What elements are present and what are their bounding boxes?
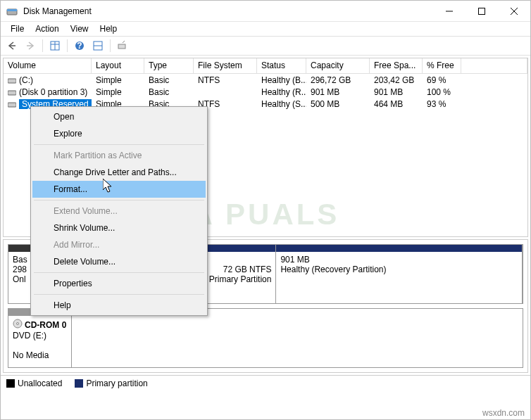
ctx-format[interactable]: Format... bbox=[32, 181, 206, 198]
cell-layout: Simple bbox=[92, 75, 144, 85]
svg-rect-8 bbox=[8, 79, 16, 83]
column-file-system[interactable]: File System bbox=[194, 58, 257, 74]
toolbar-separator bbox=[110, 39, 111, 52]
drive-icon bbox=[8, 100, 16, 108]
minimize-button[interactable] bbox=[433, 1, 466, 22]
cell-capacity: 901 MB bbox=[306, 87, 370, 97]
volume-name: (Disk 0 partition 3) bbox=[19, 87, 87, 97]
ctx-shrink[interactable]: Shrink Volume... bbox=[32, 219, 206, 236]
svg-point-12 bbox=[17, 323, 19, 325]
cell-status: Healthy (B... bbox=[257, 75, 306, 85]
titlebar: Disk Management bbox=[1, 1, 530, 22]
column-capacity[interactable]: Capacity bbox=[306, 58, 370, 74]
toolbar-separator bbox=[42, 39, 43, 52]
disk-label-line: DVD (E:) bbox=[13, 331, 67, 341]
toolbar-view1-button[interactable] bbox=[46, 38, 63, 53]
ctx-delete[interactable]: Delete Volume... bbox=[32, 253, 206, 270]
ctx-mark-active: Mark Partition as Active bbox=[32, 147, 206, 164]
column-layout[interactable]: Layout bbox=[92, 58, 144, 74]
menu-action[interactable]: Action bbox=[30, 23, 64, 35]
menu-file[interactable]: File bbox=[5, 23, 30, 35]
cell-status: Healthy (S... bbox=[257, 99, 306, 109]
svg-text:?: ? bbox=[77, 41, 82, 51]
cell-capacity: 296,72 GB bbox=[306, 75, 370, 85]
legend-swatch-primary bbox=[75, 379, 83, 388]
volume-name: (C:) bbox=[19, 75, 33, 85]
legend-swatch-unallocated bbox=[6, 379, 15, 388]
table-body: (C:) Simple Basic NTFS Healthy (B... 296… bbox=[4, 74, 527, 110]
ctx-extend: Extend Volume... bbox=[32, 203, 206, 219]
app-icon bbox=[6, 6, 18, 17]
drive-icon bbox=[8, 76, 16, 84]
drive-icon bbox=[8, 88, 16, 96]
disk-label-line: No Media bbox=[13, 350, 67, 360]
forward-button[interactable] bbox=[22, 38, 39, 53]
column-type[interactable]: Type bbox=[144, 58, 194, 74]
cell-fs: NTFS bbox=[194, 75, 257, 85]
svg-rect-7 bbox=[118, 44, 125, 49]
column-spacer bbox=[461, 58, 527, 74]
context-menu: Open Explore Mark Partition as Active Ch… bbox=[30, 106, 208, 316]
cell-pct: 69 % bbox=[423, 75, 461, 85]
column-free-space[interactable]: Free Spa... bbox=[370, 58, 423, 74]
back-button[interactable] bbox=[4, 38, 20, 53]
partition-line: 901 MB bbox=[280, 255, 518, 265]
footer-credit: wsxdn.com bbox=[482, 408, 525, 418]
column-volume[interactable]: Volume bbox=[4, 58, 92, 74]
ctx-change-letter[interactable]: Change Drive Letter and Paths... bbox=[32, 164, 206, 181]
menu-help[interactable]: Help bbox=[94, 23, 123, 35]
disk-label-area: CD-ROM 0 DVD (E:) No Media bbox=[8, 309, 72, 367]
cell-pct: 93 % bbox=[423, 99, 461, 109]
toolbar-view2-button[interactable] bbox=[89, 38, 106, 53]
ctx-open[interactable]: Open bbox=[32, 108, 206, 125]
disk-partitions bbox=[72, 309, 523, 367]
ctx-separator bbox=[34, 200, 204, 201]
legend: Unallocated Primary partition bbox=[1, 375, 530, 390]
ctx-separator bbox=[34, 294, 204, 295]
cell-type: Basic bbox=[144, 87, 194, 97]
ctx-help[interactable]: Help bbox=[32, 297, 206, 314]
svg-rect-1 bbox=[7, 9, 17, 11]
legend-label-unallocated: Unallocated bbox=[18, 378, 62, 388]
ctx-separator bbox=[34, 144, 204, 145]
column-percent-free[interactable]: % Free bbox=[423, 58, 461, 74]
cell-free: 464 MB bbox=[370, 99, 423, 109]
toolbar: ? bbox=[1, 36, 530, 56]
cell-type: Basic bbox=[144, 75, 194, 85]
toolbar-separator bbox=[67, 39, 68, 52]
disk-row[interactable]: CD-ROM 0 DVD (E:) No Media bbox=[8, 308, 523, 368]
svg-rect-10 bbox=[8, 103, 16, 107]
menubar: File Action View Help bbox=[1, 22, 530, 36]
ctx-separator bbox=[34, 272, 204, 273]
close-button[interactable] bbox=[498, 1, 530, 22]
partition-line: Healthy (Recovery Partition) bbox=[280, 265, 518, 274]
cell-status: Healthy (R... bbox=[257, 87, 306, 97]
table-header: Volume Layout Type File System Status Ca… bbox=[4, 58, 527, 74]
toolbar-settings-button[interactable] bbox=[114, 38, 131, 53]
svg-rect-9 bbox=[8, 91, 16, 95]
help-button[interactable]: ? bbox=[71, 38, 88, 53]
column-status[interactable]: Status bbox=[257, 58, 306, 74]
legend-label-primary: Primary partition bbox=[86, 378, 147, 388]
disk-label-line: CD-ROM 0 bbox=[25, 320, 66, 330]
cell-capacity: 500 MB bbox=[306, 99, 370, 109]
footer: wsxdn.com bbox=[1, 407, 530, 419]
cell-layout: Simple bbox=[92, 87, 144, 97]
partition-bar bbox=[276, 245, 522, 252]
ctx-mirror: Add Mirror... bbox=[32, 236, 206, 253]
cell-pct: 100 % bbox=[423, 87, 461, 97]
ctx-properties[interactable]: Properties bbox=[32, 275, 206, 292]
cell-free: 901 MB bbox=[370, 87, 423, 97]
partition[interactable]: 901 MB Healthy (Recovery Partition) bbox=[275, 244, 523, 304]
menu-view[interactable]: View bbox=[65, 23, 94, 35]
svg-rect-2 bbox=[479, 8, 485, 14]
dvd-icon bbox=[13, 319, 23, 331]
window-title: Disk Management bbox=[23, 6, 433, 16]
table-row[interactable]: (Disk 0 partition 3) Simple Basic Health… bbox=[4, 86, 527, 98]
ctx-explore[interactable]: Explore bbox=[32, 125, 206, 142]
cell-free: 203,42 GB bbox=[370, 75, 423, 85]
maximize-button[interactable] bbox=[466, 1, 498, 22]
table-row[interactable]: (C:) Simple Basic NTFS Healthy (B... 296… bbox=[4, 74, 527, 86]
